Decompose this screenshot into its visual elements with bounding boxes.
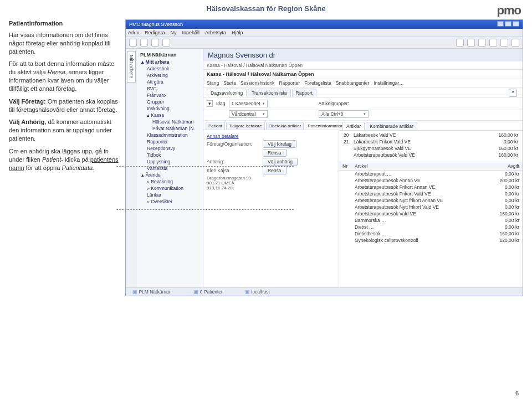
table-row[interactable]: Dietistbesök …160,00 kr	[339, 230, 523, 237]
window-controls[interactable]	[496, 21, 519, 28]
rensa-foretag-button[interactable]: Rensa	[263, 149, 287, 157]
table-row[interactable]: Barnmorska …0,00 kr	[339, 217, 523, 224]
btn-foretagslista[interactable]: Företagslista	[304, 80, 331, 86]
sub-tabs[interactable]: Dagsavslutning Transaktionslista Rapport…	[203, 87, 523, 97]
tree-label: Ärende	[145, 172, 160, 178]
summary-n	[344, 146, 354, 151]
maximize-icon[interactable]	[505, 21, 511, 27]
table-row[interactable]: Dietist …0,00 kr	[339, 224, 523, 230]
table-row[interactable]: Gynekologisk cellprovskontroll120,00 kr	[339, 237, 523, 244]
tab-artiklar[interactable]: Artiklar	[342, 122, 365, 130]
valj-foretag-button[interactable]: Välj företag	[263, 140, 296, 148]
dropdown-vardcentral[interactable]: Vårdcentral	[229, 110, 268, 118]
tab-kombinerade[interactable]: Kombinerade artiklar	[366, 122, 417, 130]
summary-list: 20Läkarbesök Vald VE160,00 kr 21Läkarbes…	[339, 131, 523, 159]
tree-item[interactable]: Adressbok	[147, 65, 202, 72]
btn-starta[interactable]: Starta	[223, 80, 236, 86]
menu-arkiv[interactable]: Arkiv	[128, 30, 139, 35]
minimize-icon[interactable]	[497, 21, 504, 27]
text-bold: Välj Företag:	[9, 98, 48, 105]
tree-item[interactable]: ▹ Kommunikation	[147, 185, 202, 192]
status-item: PLM Nätkärnan	[132, 289, 171, 295]
tab-rapport[interactable]: Rapport	[292, 89, 316, 97]
btn-sessionshistorik[interactable]: Sessionshistorik	[241, 80, 274, 86]
patient-tabs[interactable]: Patient Tidigare betalare Obetalda artik…	[203, 121, 339, 130]
tree-item[interactable]: Länkar	[147, 192, 202, 198]
table-row[interactable]: Arbetsterapeut …0,00 kr	[339, 171, 523, 177]
btn-stang[interactable]: Stäng	[207, 80, 219, 86]
menu-arbetsyta[interactable]: Arbetsyta	[205, 30, 226, 35]
sub-toolbar[interactable]: Stäng Starta Sessionshistorik Rapporter …	[203, 79, 523, 87]
menu-ny[interactable]: Ny	[171, 30, 177, 35]
menu-innehall[interactable]: Innehåll	[182, 30, 200, 35]
help-icon[interactable]: «	[509, 89, 517, 97]
close-icon[interactable]	[513, 21, 519, 27]
filter-row: ▾ Idag 1 Kassaenhet Artikelgrupper:	[203, 97, 523, 110]
tree-item[interactable]: Hälsoval Nätkärnan	[152, 118, 202, 125]
toolbar-icon[interactable]	[500, 39, 508, 47]
summary-val: 0,00 kr	[504, 139, 518, 145]
menu-redigera[interactable]: Redigera	[145, 30, 165, 35]
tree-item[interactable]: Tidbok	[147, 152, 202, 158]
toolbar[interactable]	[126, 37, 523, 49]
tab-obetalda[interactable]: Obetalda artiklar	[266, 122, 304, 130]
nav-tree[interactable]: PLM Nätkärnan ▴ Mitt arbete Adressbok Ar…	[137, 49, 203, 287]
table-row[interactable]: Arbetsterapeutbesök Nytt frikort Vald VE…	[339, 204, 523, 210]
toolbar-icon[interactable]	[129, 39, 137, 47]
tab-transaktionslista[interactable]: Transaktionslista	[248, 89, 290, 97]
tree-item[interactable]: Upplysning	[147, 158, 202, 165]
tree-root[interactable]: ▴ Mitt arbete	[141, 59, 202, 65]
side-tab-mittarbete[interactable]: Mitt arbete	[127, 51, 136, 83]
tree-item[interactable]: ▹ Översikter	[147, 198, 202, 205]
menu-hjalp[interactable]: Hjälp	[232, 30, 243, 35]
table-row[interactable]: Arbetsterapeutbesök Frikort Vald VE0,00 …	[339, 190, 523, 197]
tab-dagsavslutning[interactable]: Dagsavslutning	[207, 89, 247, 97]
tree-item[interactable]: Privat Nätkärnan (N	[152, 125, 202, 132]
toolbar-icon[interactable]	[478, 39, 486, 47]
th-nr[interactable]: Nr	[339, 162, 351, 170]
toolbar-icon[interactable]	[467, 39, 475, 47]
tree-item[interactable]: BVC	[147, 85, 202, 92]
tree-item[interactable]: Frånvaro	[147, 92, 202, 99]
tree-kassa[interactable]: ▴ Kassa	[147, 112, 202, 118]
tree-item[interactable]: Att göra	[147, 79, 202, 85]
artikel-tabs[interactable]: Artiklar Kombinerade artiklar	[339, 121, 523, 131]
summary-val: 160,00 kr	[499, 132, 518, 138]
rensa-anhorig-button[interactable]: Rensa	[263, 167, 287, 174]
table-row[interactable]: Arbetsterapeutbesök Annan VE200,00 kr	[339, 177, 523, 184]
toolbar-icon[interactable]	[151, 39, 159, 47]
tab-patient[interactable]: Patient	[206, 122, 225, 130]
table-row[interactable]: Arbetsterapeutbesök Nytt frikort Annan V…	[339, 197, 523, 204]
tree-item[interactable]: Grupper	[147, 99, 202, 105]
summary-n: 21	[344, 139, 354, 145]
filter-label: Artikelgrupper:	[319, 101, 349, 106]
tree-title: PLM Nätkärnan	[138, 51, 202, 59]
calendar-icon[interactable]: ▾	[207, 100, 213, 107]
btn-installningar[interactable]: Inställningar…	[374, 80, 403, 86]
menu-bar[interactable]: Arkiv Redigera Ny Innehåll Arbetsyta Hjä…	[126, 29, 523, 37]
th-avgift[interactable]: Avgift	[492, 162, 523, 170]
tree-arende[interactable]: ▴ Ärende	[141, 172, 202, 178]
btn-snabbtangenter[interactable]: Snabbtangenter	[336, 80, 370, 86]
toolbar-icon[interactable]	[511, 39, 519, 47]
dropdown-kassaenhet[interactable]: 1 Kassaenhet	[229, 100, 268, 107]
toolbar-icon[interactable]	[456, 39, 464, 47]
tree-item[interactable]: Inskrivning	[147, 105, 202, 112]
tree-item[interactable]: Klassadministration	[147, 132, 202, 138]
tree-item[interactable]: Rapporter	[147, 138, 202, 145]
th-artikel[interactable]: Artikel	[351, 162, 492, 170]
tree-item[interactable]: ▹ Bevakning	[147, 178, 202, 185]
btn-rapporter[interactable]: Rapporter	[279, 80, 300, 86]
tree-item[interactable]: Arkivering	[147, 72, 202, 79]
table-row[interactable]: Arbetsterapeutbesök Frikort Annan VE0,00…	[339, 184, 523, 190]
summary-label: Sjukgymnastbesök Vald VE	[354, 146, 499, 151]
toolbar-icon[interactable]	[489, 39, 497, 47]
valj-anhorig-button[interactable]: Välj anhörig	[263, 158, 298, 166]
annan-betalare-link[interactable]: Annan betalare	[207, 133, 239, 139]
toolbar-icon[interactable]	[162, 39, 170, 47]
dropdown-artikelgrupper[interactable]: Alla Ctrl+0	[319, 110, 369, 118]
tree-item[interactable]: Receptionsvy	[147, 145, 202, 152]
toolbar-icon[interactable]	[140, 39, 148, 47]
table-row[interactable]: Arbetsterapeutbesök Vald VE160,00 kr	[339, 210, 523, 217]
tab-tidigare[interactable]: Tidigare betalare	[226, 122, 265, 130]
